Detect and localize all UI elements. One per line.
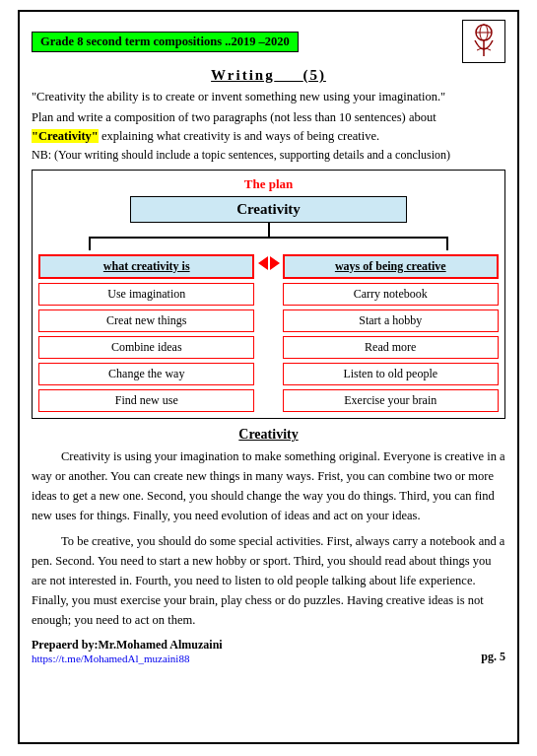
right-col-header: ways of being creative xyxy=(283,254,499,279)
arrow-left-icon xyxy=(258,256,268,270)
logo-icon xyxy=(465,23,503,60)
vline-left xyxy=(89,237,91,250)
plan-section: The plan Creativity what creativity is U… xyxy=(32,170,505,419)
right-item-1: Carry notebook xyxy=(283,283,499,306)
left-item-3: Combine ideas xyxy=(38,336,254,359)
writing-title: Writing (5) xyxy=(32,67,505,84)
grade-title: Grade 8 second term compositions ..2019 … xyxy=(32,32,299,52)
right-item-5: Exercise your brain xyxy=(283,389,499,412)
right-item-4: Listen to old people xyxy=(283,363,499,385)
center-arrows xyxy=(258,254,280,270)
intro-plan: Plan and write a composition of two para… xyxy=(32,108,505,146)
plan-center-box: Creativity xyxy=(130,196,406,223)
left-item-1: Use imagination xyxy=(38,283,254,306)
cols-area: what creativity is Use imagination Creat… xyxy=(38,254,499,412)
footer-link: https://t.me/MohamedAl_muzaini88 xyxy=(32,653,223,664)
highlighted-word: "Creativity" xyxy=(32,129,99,143)
vline-right xyxy=(446,237,448,250)
hline-center xyxy=(91,237,445,239)
plan-title: The plan xyxy=(38,176,499,192)
intro-quote: "Creativity the ability is to create or … xyxy=(32,88,505,106)
paragraph-2: To be creative, you should do some speci… xyxy=(32,531,505,630)
logo-box xyxy=(462,20,505,63)
plan-col-left: what creativity is Use imagination Creat… xyxy=(38,254,254,412)
prepared-by: Prepaerd by:Mr.Mohamed Almuzaini xyxy=(32,638,223,653)
left-item-5: Find new use xyxy=(38,389,254,412)
left-col-header: what creativity is xyxy=(38,254,254,279)
left-item-4: Change the way xyxy=(38,363,254,385)
nb-text: NB: (Your writing should include a topic… xyxy=(32,147,505,164)
composition-title: Creativity xyxy=(32,427,505,443)
arrow-right-icon xyxy=(270,256,280,270)
plan-col-right: ways of being creative Carry notebook St… xyxy=(283,254,499,412)
right-item-2: Start a hobby xyxy=(283,309,499,332)
page-container: Grade 8 second term compositions ..2019 … xyxy=(18,10,519,744)
vline-top xyxy=(268,223,270,237)
right-item-3: Read more xyxy=(283,336,499,359)
hline-spread xyxy=(89,237,447,250)
footer: Prepaerd by:Mr.Mohamed Almuzaini https:/… xyxy=(32,638,505,664)
page-number: pg. 5 xyxy=(481,650,505,664)
tree-container: Creativity what creativity is Use imagin… xyxy=(38,196,499,412)
header-row: Grade 8 second term compositions ..2019 … xyxy=(32,20,505,63)
arrow-pair xyxy=(258,256,280,270)
paragraph-1: Creativity is using your imagination to … xyxy=(32,447,505,525)
left-item-2: Creat new things xyxy=(38,309,254,332)
connector-top xyxy=(38,223,499,250)
